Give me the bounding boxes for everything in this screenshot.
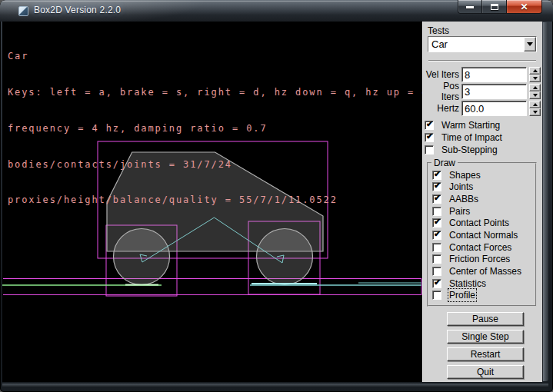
checkbox-label: Contact Normals [449,230,518,241]
hertz-row: Hertz 60.0 [423,101,541,116]
draw-group-label: Draw [431,158,458,168]
checkbox-box[interactable] [432,231,441,240]
checkbox-label: Statistics [449,278,486,289]
checkbox-label: Center of Masses [449,266,521,277]
checkbox-box[interactable] [432,243,441,252]
restart-button[interactable]: Restart [447,347,524,361]
arrow-down-icon [533,111,538,114]
front-wheel-shape [257,229,313,285]
checkbox-pairs[interactable]: Pairs [432,206,532,216]
checkbox-label: Sub-Stepping [441,145,498,155]
rear-wheel-shape [114,229,170,285]
checkbox-aabbs[interactable]: AABBs [432,194,532,204]
checkbox-center-of-masses[interactable]: Center of Masses [432,267,532,277]
draw-group-body: Shapes Joints AABBs Pairs Contact Points [432,170,532,302]
hud-line-proxies: proxies/height/balance/quality = 55/7/1/… [8,194,422,207]
arrow-up-icon [533,86,538,89]
hud-line-frequency: frequency = 4 hz, damping ratio = 0.7 [8,123,422,135]
checkbox-box[interactable] [432,218,441,228]
checkbox-box[interactable] [432,267,441,276]
separator [428,60,536,61]
spin-down-button[interactable] [529,91,541,99]
vel-iters-label: Vel Iters [423,69,461,80]
checkbox-box[interactable] [425,121,434,130]
spin-down-button[interactable] [529,75,541,82]
minimize-icon [466,6,474,8]
pos-iters-stepper[interactable] [529,84,541,99]
hud-line-test-name: Car [8,51,422,63]
window-title: Box2D Version 2.2.0 [34,5,121,15]
close-button[interactable]: ✕ [507,0,542,14]
checkbox-friction-forces[interactable]: Friction Forces [432,254,532,264]
pos-iters-label: Pos Iters [423,81,461,102]
ground-aabb-lines [3,279,421,295]
quit-button[interactable]: Quit [447,365,524,379]
maximize-button[interactable] [482,0,507,14]
simulation-canvas[interactable]: Car Keys: left = a, brake = s, right = d… [2,22,422,382]
checkbox-box[interactable] [432,279,441,288]
hertz-stepper[interactable] [529,101,541,116]
maximize-icon [491,4,498,10]
pos-iters-row: Pos Iters 3 [423,84,541,99]
checkbox-shapes[interactable]: Shapes [432,170,532,180]
arrow-up-icon [533,103,538,106]
tests-dropdown[interactable]: Car [428,36,537,52]
checkbox-label: Shapes [449,170,481,181]
checkbox-label: Joints [449,181,473,192]
checkbox-box[interactable] [425,145,434,154]
checkbox-box[interactable] [432,254,441,264]
control-sidebar: Tests Car Vel Iters 8 Pos Iters 3 [422,22,542,382]
close-icon: ✕ [520,2,528,12]
spin-up-button[interactable] [529,67,541,75]
window-frame-bottom [2,384,548,387]
checkbox-label: Warm Starting [441,120,500,131]
checkbox-label: Contact Points [449,218,509,228]
checkbox-box[interactable] [432,182,441,191]
hertz-input[interactable]: 60.0 [461,101,527,116]
checkbox-box[interactable] [425,133,434,142]
app-window: Box2D Version 2.2.0 ✕ [0,0,553,392]
app-icon [18,6,28,16]
spin-down-button[interactable] [529,108,541,116]
checkbox-sub-stepping[interactable]: Sub-Stepping [425,145,498,154]
arrow-down-icon [533,77,538,80]
spin-up-button[interactable] [529,84,541,91]
vel-iters-input[interactable]: 8 [461,67,527,82]
arrow-up-icon [533,69,538,72]
draw-group: Draw Shapes Joints AABBs Pairs [427,162,537,307]
hud-text: Car Keys: left = a, brake = s, right = d… [8,27,422,231]
checkbox-warm-starting[interactable]: Warm Starting [425,120,500,130]
arrow-down-icon [533,94,538,97]
checkbox-contact-points[interactable]: Contact Points [432,218,532,228]
checkbox-joints[interactable]: Joints [432,182,532,192]
checkbox-contact-normals[interactable]: Contact Normals [432,230,532,240]
checkbox-box[interactable] [432,291,441,300]
vel-iters-row: Vel Iters 8 [423,67,541,82]
tests-dropdown-arrow-button[interactable] [524,37,536,51]
vel-iters-stepper[interactable] [529,67,541,82]
checkbox-box[interactable] [432,171,441,180]
checkbox-contact-forces[interactable]: Contact Forces [432,242,532,252]
button-column: Pause Single Step Restart Quit [447,312,524,383]
pause-button[interactable]: Pause [447,312,524,326]
spin-up-button[interactable] [529,101,541,108]
checkbox-statistics[interactable]: Statistics [432,278,532,288]
hud-line-keys: Keys: left = a, brake = s, right = d, hz… [8,87,422,99]
hud-line-bodies: bodies/contacts/joints = 31/7/24 [8,159,422,171]
tests-dropdown-value[interactable]: Car [428,37,524,51]
checkbox-label: Pairs [449,206,470,217]
checkbox-profile[interactable]: Profile [432,291,532,301]
chevron-down-icon [527,42,533,46]
window-frame-right [543,22,548,381]
single-step-button[interactable]: Single Step [447,330,524,344]
caption-buttons: ✕ [458,0,542,14]
checkbox-label: Friction Forces [449,254,510,264]
checkbox-label: Profile [449,290,475,301]
checkbox-time-of-impact[interactable]: Time of Impact [425,132,502,142]
checkbox-box[interactable] [432,194,441,204]
tests-label: Tests [428,25,449,36]
pos-iters-input[interactable]: 3 [461,84,527,99]
checkbox-box[interactable] [432,207,441,216]
minimize-button[interactable] [458,0,482,14]
checkbox-label: Contact Forces [449,242,511,253]
